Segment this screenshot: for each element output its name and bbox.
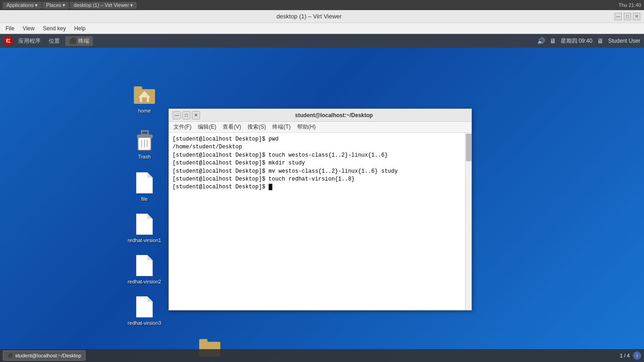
network-icon[interactable]: 🖥 (550, 37, 556, 45)
svg-marker-15 (147, 255, 153, 260)
taskbar-terminal-label: student@localhost:~/Desktop (15, 353, 81, 358)
redhat2-icon-label: redhat-virsion2 (126, 278, 163, 285)
host-topbar-left: Applications ▾ Places ▾ desktop (1) – Vi… (3, 2, 137, 9)
guest-taskbar: ⬛ student@localhost:~/Desktop 1 / 4 i (0, 349, 644, 362)
svg-rect-3 (142, 97, 147, 102)
redhat3-icon-label: redhat-virsion3 (126, 320, 163, 326)
menu-view[interactable]: View (19, 24, 38, 33)
guest-page-info: 1 / 4 (620, 353, 630, 358)
host-topbar: Applications ▾ Places ▾ desktop (1) – Vi… (0, 0, 644, 10)
terminal-maximize[interactable]: □ (182, 111, 190, 119)
home-folder-icon (133, 84, 155, 106)
desktop-icon-redhat3[interactable]: redhat-virsion3 (126, 296, 163, 326)
guest-desktop: 红 应用程序 位置 ⬛ 终端 🔊 🖥 星期四 09:40 🖥 Student U… (0, 34, 644, 362)
volume-icon[interactable]: 🔊 (537, 37, 545, 45)
virt-menubar: File View Send key Help (0, 23, 644, 34)
applications-label: Applications (6, 2, 34, 8)
desktop-icon-redhat1[interactable]: redhat-virsion1 (126, 213, 163, 243)
guest-info-icon: i (633, 351, 641, 360)
svg-rect-19 (199, 339, 207, 344)
guest-user: Student User (608, 38, 640, 44)
terminal-content[interactable]: [student@localhost Desktop]$ pwd /home/s… (169, 133, 472, 310)
terminal-cursor (269, 184, 272, 190)
terminal-icon: ⬛ (69, 37, 77, 45)
terminal-line-3: [student@localhost Desktop]$ touch westo… (172, 152, 468, 159)
terminal-minimize[interactable]: — (172, 111, 181, 119)
terminal-menu-edit[interactable]: 编辑(E) (195, 122, 219, 132)
terminal-line-1: [student@localhost Desktop]$ pwd (172, 136, 468, 143)
trash-folder-icon (133, 130, 155, 152)
redhat-logo: 红 (4, 36, 13, 45)
svg-marker-13 (147, 214, 153, 219)
desktop-icon-trash[interactable]: Trash (126, 130, 163, 160)
virt-titlebar: desktop (1) – Virt Viewer — □ ✕ (0, 10, 644, 23)
minimize-button[interactable]: — (615, 13, 622, 20)
guest-places-label: 位置 (49, 38, 60, 44)
home-icon-label: home (137, 107, 152, 114)
terminal-scrollbar[interactable] (465, 133, 472, 310)
places-label: Places (46, 2, 61, 8)
window-arrow: ▾ (130, 2, 133, 8)
terminal-menu-view[interactable]: 查看(V) (220, 122, 244, 132)
virt-window-title: desktop (1) – Virt Viewer (4, 13, 615, 20)
svg-rect-5 (142, 131, 148, 135)
terminal-menu-search[interactable]: 搜索(S) (245, 122, 269, 132)
guest-terminal-label: 终端 (78, 37, 89, 45)
guest-panel-right: 🔊 🖥 星期四 09:40 🖥 Student User (537, 37, 640, 45)
terminal-menu-terminal[interactable]: 终端(T) (270, 122, 293, 132)
guest-taskbar-item-terminal[interactable]: ⬛ student@localhost:~/Desktop (3, 351, 86, 361)
menu-sendkey[interactable]: Send key (39, 24, 69, 33)
file-icon (133, 172, 155, 194)
places-arrow: ▾ (63, 2, 65, 8)
window-label: desktop (1) – Virt Viewer (74, 2, 129, 8)
terminal-wm-btns: — □ ✕ (172, 111, 200, 119)
terminal-close[interactable]: ✕ (192, 111, 200, 119)
svg-marker-17 (147, 296, 153, 302)
guest-taskbar-right: 1 / 4 i (620, 351, 641, 360)
window-menu[interactable]: desktop (1) – Virt Viewer ▾ (70, 2, 137, 9)
redhat3-icon (133, 296, 155, 318)
desktop-icon-home[interactable]: home (126, 84, 163, 114)
monitor-icon: 🖥 (597, 37, 604, 45)
redhat1-icon (133, 213, 155, 235)
guest-terminal-btn[interactable]: ⬛ 终端 (65, 36, 93, 46)
terminal-line-5: [student@localhost Desktop]$ mv westos-c… (172, 168, 468, 175)
file-icon-label: file (140, 196, 149, 202)
trash-icon-label: Trash (137, 153, 152, 160)
terminal-title: student@localhost:~/Desktop (200, 112, 468, 119)
virt-viewer-window: desktop (1) – Virt Viewer — □ ✕ File Vie… (0, 10, 644, 362)
maximize-button[interactable]: □ (624, 13, 631, 20)
guest-apps-menu[interactable]: 应用程序 (16, 36, 43, 46)
svg-marker-11 (147, 172, 153, 178)
terminal-line-7: [student@localhost Desktop]$ (172, 183, 468, 191)
guest-panel: 红 应用程序 位置 ⬛ 终端 🔊 🖥 星期四 09:40 🖥 Student U… (0, 34, 644, 48)
taskbar-terminal-icon: ⬛ (7, 352, 13, 359)
terminal-line-2: /home/student/Desktop (172, 143, 468, 151)
close-button[interactable]: ✕ (633, 13, 640, 20)
menu-help[interactable]: Help (70, 24, 89, 33)
terminal-line-6: [student@localhost Desktop]$ touch redha… (172, 175, 468, 183)
desktop-icon-redhat2[interactable]: redhat-virsion2 (126, 255, 163, 285)
applications-menu[interactable]: Applications ▾ (3, 2, 41, 9)
guest-places-menu[interactable]: 位置 (46, 36, 63, 46)
terminal-menu-help[interactable]: 帮助(H) (294, 122, 319, 132)
menu-file[interactable]: File (2, 24, 18, 33)
host-time: Thu 21:40 (618, 2, 641, 8)
redhat2-icon (133, 255, 155, 277)
redhat1-icon-label: redhat-virsion1 (126, 237, 163, 243)
terminal-menu-file[interactable]: 文件(F) (171, 122, 194, 132)
terminal-menubar: 文件(F) 编辑(E) 查看(V) 搜索(S) 终端(T) 帮助(H) (169, 122, 472, 133)
svg-rect-1 (134, 86, 142, 91)
guest-time: 星期四 09:40 (561, 37, 592, 45)
applications-arrow: ▾ (35, 2, 38, 8)
terminal-titlebar: — □ ✕ student@localhost:~/Desktop (169, 109, 472, 122)
guest-apps-label: 应用程序 (18, 38, 40, 44)
virt-control-buttons: — □ ✕ (615, 13, 640, 20)
desktop-icon-file[interactable]: file (126, 172, 163, 202)
terminal-scroll-thumb[interactable] (466, 134, 472, 161)
places-menu[interactable]: Places ▾ (42, 2, 69, 9)
terminal-window: — □ ✕ student@localhost:~/Desktop 文件(F) … (168, 108, 472, 311)
terminal-line-4: [student@localhost Desktop]$ mkdir study (172, 159, 468, 167)
